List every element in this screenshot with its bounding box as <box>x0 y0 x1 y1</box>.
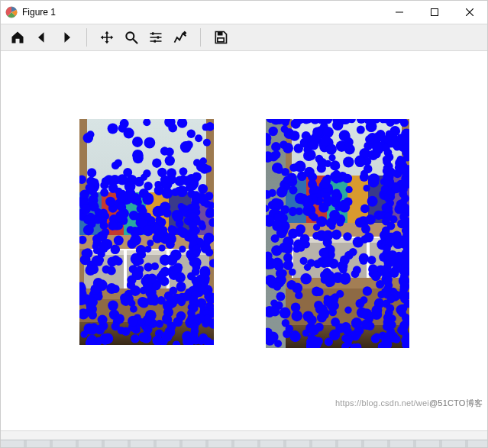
svg-point-231 <box>179 167 187 176</box>
watermark: https://blog.csdn.net/wei@51CTO博客 <box>335 398 483 409</box>
svg-point-895 <box>323 297 332 306</box>
svg-point-378 <box>114 159 121 166</box>
minimize-button[interactable] <box>382 1 417 24</box>
svg-point-337 <box>101 228 108 236</box>
svg-point-885 <box>286 172 296 182</box>
edit-axis-button[interactable] <box>170 27 191 48</box>
svg-rect-5 <box>154 40 157 42</box>
mpl-toolbar <box>1 24 487 51</box>
home-button[interactable] <box>7 27 28 48</box>
svg-point-742 <box>279 269 287 277</box>
svg-point-743 <box>299 256 307 264</box>
svg-point-604 <box>295 291 302 298</box>
svg-point-754 <box>283 253 292 262</box>
svg-point-398 <box>184 140 192 149</box>
svg-point-872 <box>289 185 297 194</box>
matplotlib-app-icon <box>5 6 18 18</box>
svg-point-911 <box>302 197 314 208</box>
svg-point-180 <box>176 311 186 321</box>
svg-point-32 <box>132 136 143 147</box>
svg-point-311 <box>128 315 138 326</box>
svg-point-704 <box>293 143 302 153</box>
svg-point-111 <box>131 335 137 342</box>
svg-rect-3 <box>152 32 154 34</box>
svg-point-403 <box>132 149 144 160</box>
svg-point-327 <box>196 162 205 172</box>
svg-point-804 <box>338 199 349 210</box>
svg-point-918 <box>373 150 380 157</box>
svg-point-409 <box>161 330 172 341</box>
svg-point-307 <box>165 147 173 156</box>
svg-point-391 <box>86 131 94 138</box>
svg-point-558 <box>290 302 300 312</box>
svg-point-349 <box>143 324 152 334</box>
configure-subplots-button[interactable] <box>145 27 166 48</box>
svg-point-833 <box>302 329 309 336</box>
svg-point-423 <box>164 155 174 165</box>
svg-point-852 <box>268 189 276 196</box>
svg-point-258 <box>143 119 150 126</box>
feature-points-left <box>79 119 214 345</box>
svg-point-412 <box>147 292 157 303</box>
svg-point-837 <box>361 224 370 234</box>
svg-point-343 <box>163 208 171 217</box>
svg-point-420 <box>144 309 156 321</box>
svg-point-884 <box>320 179 330 189</box>
svg-point-331 <box>108 221 117 230</box>
svg-point-749 <box>328 154 335 161</box>
svg-point-251 <box>172 340 179 345</box>
svg-point-396 <box>110 244 120 254</box>
svg-point-249 <box>152 158 161 167</box>
pan-button[interactable] <box>96 27 118 48</box>
svg-point-739 <box>364 232 373 242</box>
svg-point-363 <box>115 210 126 221</box>
svg-point-867 <box>310 185 319 194</box>
svg-point-326 <box>208 259 213 267</box>
svg-point-382 <box>81 249 89 257</box>
svg-point-313 <box>102 333 112 343</box>
svg-point-662 <box>360 296 367 304</box>
image-left <box>79 119 214 345</box>
svg-point-883 <box>365 121 377 132</box>
svg-point-418 <box>141 277 149 285</box>
svg-point-772 <box>356 119 365 124</box>
svg-point-402 <box>85 183 94 192</box>
svg-point-374 <box>90 323 98 330</box>
svg-point-700 <box>310 213 318 221</box>
svg-point-696 <box>280 125 288 133</box>
svg-point-365 <box>130 253 141 264</box>
zoom-button[interactable] <box>121 27 142 48</box>
svg-point-59 <box>79 175 86 183</box>
svg-rect-7 <box>218 38 224 42</box>
svg-point-242 <box>162 314 172 324</box>
svg-point-860 <box>358 253 368 263</box>
svg-point-575 <box>309 140 318 150</box>
forward-button[interactable] <box>56 27 77 48</box>
svg-point-734 <box>288 228 298 238</box>
svg-point-818 <box>290 119 300 129</box>
svg-point-909 <box>272 162 282 172</box>
toolbar-separator <box>86 28 87 47</box>
svg-point-202 <box>114 257 122 266</box>
toolbar-separator <box>200 28 201 47</box>
back-button[interactable] <box>31 27 53 48</box>
svg-point-191 <box>140 173 147 180</box>
svg-point-422 <box>177 296 186 305</box>
svg-point-897 <box>270 198 281 208</box>
svg-point-354 <box>140 208 147 214</box>
svg-point-794 <box>330 160 340 170</box>
svg-point-385 <box>137 297 147 307</box>
svg-point-857 <box>356 125 364 134</box>
close-button[interactable] <box>452 1 487 24</box>
svg-point-906 <box>331 229 341 239</box>
save-button[interactable] <box>210 27 231 48</box>
svg-point-460 <box>191 336 199 344</box>
maximize-button[interactable] <box>417 1 452 24</box>
svg-point-287 <box>132 238 139 245</box>
feature-points-right <box>266 119 409 348</box>
svg-point-225 <box>124 181 135 192</box>
svg-point-866 <box>312 231 320 239</box>
svg-point-902 <box>393 335 400 343</box>
svg-point-812 <box>289 163 298 172</box>
figure-canvas[interactable]: https://blog.csdn.net/wei@51CTO博客 <box>1 51 487 430</box>
